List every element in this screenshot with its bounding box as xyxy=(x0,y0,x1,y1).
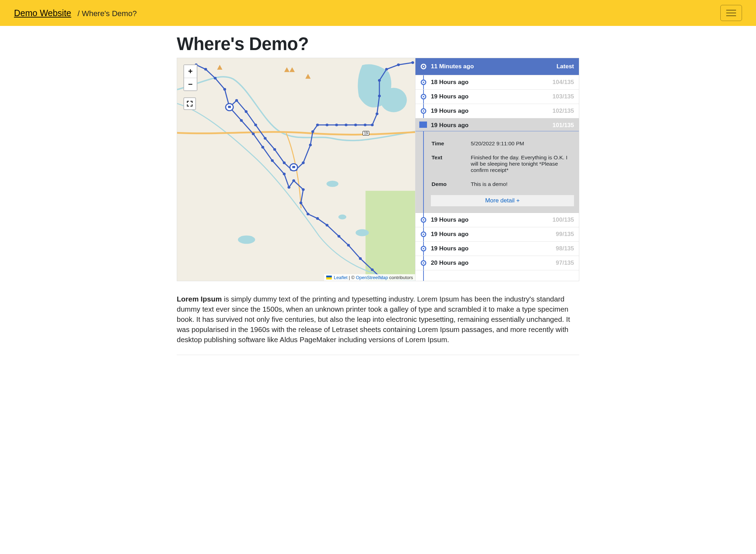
svg-point-31 xyxy=(354,124,357,126)
ukraine-flag-icon xyxy=(326,276,332,279)
timeline-time: 19 Hours ago xyxy=(431,231,469,238)
detail-value-demo: This is a demo! xyxy=(471,178,573,191)
svg-point-26 xyxy=(312,130,314,133)
svg-point-21 xyxy=(283,161,286,164)
lorem-body: is simply dummy text of the printing and… xyxy=(177,295,570,344)
timeline-row[interactable]: 11 Minutes agoLatest xyxy=(415,58,579,75)
timeline-time: 20 Hours ago xyxy=(431,259,469,266)
svg-point-12 xyxy=(204,68,207,71)
svg-point-18 xyxy=(254,124,257,126)
detail-value-text: Finished for the day. Everything is O.K.… xyxy=(471,151,573,177)
flag-marker-icon xyxy=(419,122,427,128)
leaflet-link[interactable]: Leaflet xyxy=(334,275,348,280)
detail-label-demo: Demo xyxy=(432,178,470,191)
more-detail-button[interactable]: More detail + xyxy=(431,195,574,206)
svg-point-54 xyxy=(347,244,350,247)
dot-marker-icon xyxy=(421,231,426,237)
timeline-row[interactable]: 19 Hours ago102/135 xyxy=(415,104,579,118)
track-overlay xyxy=(177,58,415,281)
timeline-time: 19 Hours ago xyxy=(431,216,469,223)
zoom-control: + − xyxy=(183,64,197,91)
svg-point-24 xyxy=(302,161,304,164)
svg-point-34 xyxy=(376,112,378,115)
osm-link[interactable]: OpenStreetMap xyxy=(356,275,388,280)
svg-point-52 xyxy=(326,224,328,227)
svg-point-27 xyxy=(316,124,319,126)
lorem-text: Lorem Ipsum is simply dummy text of the … xyxy=(177,294,579,345)
detail-value-time: 5/20/2022 9:11:00 PM xyxy=(471,137,573,150)
svg-point-37 xyxy=(385,68,388,71)
timeline: 11 Minutes agoLatest18 Hours ago104/1351… xyxy=(415,58,579,281)
timeline-count: 100/135 xyxy=(553,216,574,223)
dot-marker-icon xyxy=(421,108,426,114)
timeline-time: 19 Hours ago xyxy=(431,122,469,129)
map-attribution: Leaflet | © OpenStreetMap contributors xyxy=(324,274,415,281)
dot-marker-icon xyxy=(421,217,426,223)
timeline-time: 19 Hours ago xyxy=(431,108,469,115)
svg-point-55 xyxy=(359,257,362,260)
svg-point-19 xyxy=(264,137,267,140)
map-timeline-panel: + − 19 Leaflet | © OpenStreetMap contrib… xyxy=(177,58,579,281)
svg-point-51 xyxy=(316,217,319,220)
svg-rect-59 xyxy=(228,106,231,108)
svg-point-14 xyxy=(223,88,226,91)
svg-point-42 xyxy=(252,132,255,135)
timeline-row[interactable]: 19 Hours ago100/135 xyxy=(415,213,579,227)
breadcrumb-sep: / xyxy=(78,9,80,18)
svg-point-45 xyxy=(283,173,286,175)
timeline-count: 98/135 xyxy=(556,245,574,252)
breadcrumb-current: Where's Demo? xyxy=(82,9,137,18)
dot-marker-icon xyxy=(421,79,426,85)
svg-point-48 xyxy=(302,188,304,191)
timeline-count: 103/135 xyxy=(553,93,574,100)
timeline-time: 19 Hours ago xyxy=(431,245,469,252)
fullscreen-button[interactable] xyxy=(183,97,196,110)
fullscreen-icon xyxy=(187,101,192,106)
dot-marker-icon xyxy=(421,94,426,99)
svg-point-39 xyxy=(411,61,414,64)
timeline-row[interactable]: 19 Hours ago99/135 xyxy=(415,227,579,242)
svg-point-43 xyxy=(261,146,264,149)
svg-point-38 xyxy=(397,63,400,66)
map[interactable]: + − 19 Leaflet | © OpenStreetMap contrib… xyxy=(177,58,415,281)
timeline-row[interactable]: 19 Hours ago101/135 xyxy=(415,118,579,131)
timeline-row[interactable]: 20 Hours ago97/135 xyxy=(415,256,579,270)
svg-point-56 xyxy=(371,268,374,271)
dot-marker-icon xyxy=(421,64,426,69)
zoom-in-button[interactable]: + xyxy=(184,65,197,78)
svg-point-20 xyxy=(273,148,276,151)
timeline-count: 102/135 xyxy=(553,108,574,115)
brand-link[interactable]: Demo Website xyxy=(14,8,71,18)
detail-label-text: Text xyxy=(432,151,470,177)
svg-point-53 xyxy=(337,235,340,238)
timeline-count: 104/135 xyxy=(553,79,574,86)
timeline-row[interactable]: 18 Hours ago104/135 xyxy=(415,75,579,90)
timeline-count: 97/135 xyxy=(556,259,574,266)
detail-label-time: Time xyxy=(432,137,470,150)
timeline-count: Latest xyxy=(556,63,574,70)
timeline-count: 101/135 xyxy=(553,122,574,129)
svg-point-28 xyxy=(326,124,328,126)
svg-point-30 xyxy=(345,124,348,126)
divider xyxy=(177,355,579,355)
navbar: Demo Website /Where's Demo? xyxy=(0,0,756,26)
svg-point-41 xyxy=(240,119,243,122)
svg-point-47 xyxy=(292,179,295,182)
zoom-out-button[interactable]: − xyxy=(184,78,197,90)
timeline-time: 18 Hours ago xyxy=(431,79,469,86)
svg-point-46 xyxy=(288,186,290,189)
menu-toggle-button[interactable] xyxy=(720,5,742,21)
svg-point-32 xyxy=(364,124,366,126)
svg-rect-61 xyxy=(292,166,295,168)
timeline-time: 11 Minutes ago xyxy=(431,63,474,70)
svg-point-44 xyxy=(271,159,274,162)
dot-marker-icon xyxy=(421,246,426,251)
svg-point-49 xyxy=(300,202,302,205)
dot-marker-icon xyxy=(421,260,426,266)
svg-point-17 xyxy=(245,110,247,113)
timeline-detail: Time5/20/2022 9:11:00 PMTextFinished for… xyxy=(415,131,579,213)
svg-point-25 xyxy=(309,144,312,146)
svg-point-29 xyxy=(335,124,338,126)
timeline-row[interactable]: 19 Hours ago103/135 xyxy=(415,90,579,104)
timeline-row[interactable]: 19 Hours ago98/135 xyxy=(415,242,579,256)
